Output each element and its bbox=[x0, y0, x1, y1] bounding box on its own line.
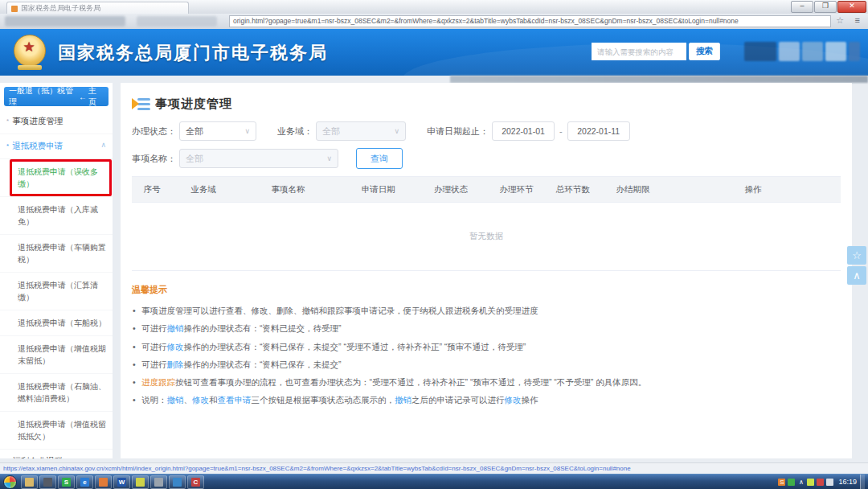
tip-link[interactable]: 查看申请 bbox=[218, 395, 252, 405]
item-name-select-value: 全部 bbox=[186, 153, 203, 165]
browser-menu-icon[interactable]: ≡ bbox=[855, 15, 860, 25]
taskbar-word-icon[interactable]: W bbox=[113, 475, 130, 489]
tip-link[interactable]: 撤销 bbox=[167, 323, 184, 333]
home-link[interactable]: ← 主页 bbox=[79, 85, 104, 108]
sidebar-header-title: 一般退（抵）税管理 bbox=[9, 85, 79, 108]
column-header: 业务域 bbox=[173, 177, 235, 203]
sidebar-item-label: 退抵税费申请（石脑油、燃料油消费税） bbox=[18, 382, 106, 403]
tips-title: 温馨提示 bbox=[132, 284, 841, 296]
sidebar-item[interactable]: *福利企业退税 bbox=[0, 450, 113, 458]
taskbar-chrome-icon[interactable]: C bbox=[187, 475, 204, 489]
tip-link[interactable]: 修改 bbox=[505, 395, 522, 405]
tip-link[interactable]: 修改 bbox=[192, 395, 209, 405]
sidebar-item[interactable]: 退抵税费申请（增值税期末留抵） bbox=[0, 336, 113, 374]
sidebar-item[interactable]: 退抵税费申请（汇算清缴） bbox=[0, 273, 113, 310]
sidebar-header[interactable]: 一般退（抵）税管理 ← 主页 bbox=[4, 87, 108, 106]
filter-panel: 办理状态： 全部 ∨ 业务域： 全部 ∨ 申请日期起止： 2022-01-01 … bbox=[121, 117, 852, 169]
sidebar-item[interactable]: 退抵税费申请（误收多缴） bbox=[0, 159, 113, 197]
main-content: 事项进度管理 办理状态： 全部 ∨ 业务域： 全部 ∨ 申请日期起止： 2022… bbox=[121, 83, 852, 458]
tip-text: 事项进度管理可以进行查看、修改、删除、撤销和跟踪事项申请记录，便于纳税人跟进税务… bbox=[141, 306, 538, 315]
status-select[interactable]: 全部 ∨ bbox=[179, 121, 256, 141]
taskbar-word-icon-glyph: W bbox=[117, 478, 126, 487]
tip-text: 三个按钮是根据事项状态动态展示的， bbox=[252, 395, 395, 405]
chevron-down-icon: ∨ bbox=[326, 154, 332, 162]
tip-text: 可进行 bbox=[141, 360, 167, 369]
tray-expand-icon[interactable]: ∧ bbox=[797, 479, 805, 486]
column-header: 办理环节 bbox=[487, 177, 546, 203]
table-header-row: 序号业务域事项名称申请日期办理状态办理环节总环节数办结期限操作 bbox=[132, 177, 841, 203]
item-name-filter-label: 事项名称： bbox=[132, 153, 176, 165]
windows-taskbar: SeWC S∧16:19 bbox=[0, 474, 868, 489]
tray-shield-icon[interactable] bbox=[807, 479, 814, 486]
close-button[interactable]: ✕ bbox=[837, 1, 866, 13]
item-name-select[interactable]: 全部 ∨ bbox=[179, 149, 338, 168]
tips-section: 温馨提示 事项进度管理可以进行查看、修改、删除、撤销和跟踪事项申请记录，便于纳税… bbox=[132, 284, 841, 409]
column-header: 办结期限 bbox=[600, 177, 665, 203]
list-title-icon bbox=[132, 97, 151, 111]
favorites-star-icon[interactable]: ☆ bbox=[836, 15, 844, 26]
taskbar-app5-icon-glyph bbox=[99, 478, 108, 487]
tip-link[interactable]: 撤销 bbox=[167, 395, 184, 405]
sidebar-item-label: 退抵税费申请（增值税期末留抵） bbox=[18, 344, 106, 365]
search-input[interactable] bbox=[592, 43, 686, 60]
maximize-button[interactable]: ❐ bbox=[814, 1, 837, 13]
tray-flag-icon[interactable] bbox=[817, 479, 824, 486]
taskbar-app8-icon[interactable] bbox=[150, 475, 167, 489]
tray-status-icon[interactable] bbox=[788, 479, 795, 486]
minimize-button[interactable]: – bbox=[791, 1, 813, 13]
show-desktop-button[interactable] bbox=[860, 475, 865, 489]
sidebar-item[interactable]: 退抵税费申请（车船税） bbox=[0, 310, 113, 336]
tab-title: 国家税务总局电子税务局 bbox=[21, 3, 100, 14]
sidebar-item[interactable]: 退抵税费申请（入库减免） bbox=[0, 197, 113, 235]
column-header: 事项名称 bbox=[234, 177, 342, 203]
tray-app-icon[interactable]: S bbox=[778, 479, 785, 486]
redacted-user-info bbox=[742, 42, 860, 61]
favorite-star-button[interactable]: ☆ bbox=[847, 246, 866, 265]
taskbar-ie-icon[interactable]: e bbox=[76, 475, 93, 489]
tip-text: 之后的申请记录可以进行 bbox=[411, 395, 505, 405]
tip-item: 可进行修改操作的办理状态有：“资料已保存，未提交” “受理不通过，待补齐补正” … bbox=[132, 338, 841, 355]
date-separator: - bbox=[559, 126, 563, 136]
tip-link[interactable]: 撤销 bbox=[395, 395, 411, 405]
browser-urlbar: origin.html?gopage=true&m1=nsr-bszx_08SE… bbox=[0, 14, 868, 29]
browser-tab[interactable]: 国家税务总局电子税务局 bbox=[6, 2, 189, 14]
clock[interactable]: 16:19 bbox=[838, 478, 857, 486]
tip-item: 进度跟踪按钮可查看事项办理的流程，也可查看办理状态为：“受理不通过，待补齐补正”… bbox=[132, 373, 841, 391]
back-to-top-button[interactable]: ∧ bbox=[847, 266, 866, 285]
taskbar-sougou-icon[interactable]: S bbox=[58, 475, 75, 489]
taskbar-app9-icon[interactable] bbox=[169, 475, 186, 489]
bullet-icon: * bbox=[6, 458, 9, 458]
sidebar-item[interactable]: 退抵税费申请（车辆购置税） bbox=[0, 235, 113, 273]
tip-item: 事项进度管理可以进行查看、修改、删除、撤销和跟踪事项申请记录，便于纳税人跟进税务… bbox=[132, 302, 841, 319]
taskbar-app7-icon[interactable] bbox=[132, 475, 149, 489]
taskbar-app8-icon-glyph bbox=[154, 478, 163, 487]
date-to-input[interactable]: 2022-01-11 bbox=[567, 121, 630, 141]
chevron-up-icon: ∧ bbox=[100, 141, 106, 149]
tax-bureau-logo: ★ bbox=[11, 34, 48, 71]
sidebar-item-label: 退抵税费申请（车辆购置税） bbox=[18, 243, 106, 264]
tip-link[interactable]: 删除 bbox=[167, 360, 184, 369]
tip-link[interactable]: 进度跟踪 bbox=[141, 377, 175, 387]
tip-text: 和 bbox=[209, 395, 218, 405]
taskbar-app2-icon[interactable] bbox=[39, 475, 56, 489]
domain-select[interactable]: 全部 ∨ bbox=[316, 121, 406, 141]
search-button[interactable]: 搜索 bbox=[689, 43, 720, 60]
address-bar[interactable]: origin.html?gopage=true&m1=nsr-bszx_08SE… bbox=[229, 15, 831, 27]
taskbar-app5-icon[interactable] bbox=[95, 475, 112, 489]
sidebar-item-label: 退抵税费申请（增值税留抵抵欠） bbox=[18, 420, 106, 441]
sidebar-item[interactable]: *事项进度管理 bbox=[0, 109, 113, 134]
sidebar-item[interactable]: *∧退抵税费申请 bbox=[0, 134, 113, 159]
tip-text: 可进行 bbox=[141, 323, 167, 333]
taskbar-app7-icon-glyph bbox=[136, 478, 145, 487]
sidebar-item[interactable]: 退抵税费申请（石脑油、燃料油消费税） bbox=[0, 374, 113, 412]
start-button[interactable] bbox=[3, 475, 17, 489]
sidebar-item[interactable]: 退抵税费申请（增值税留抵抵欠） bbox=[0, 412, 113, 450]
status-filter-label: 办理状态： bbox=[132, 125, 176, 138]
sidebar-item-label: 退抵税费申请（误收多缴） bbox=[18, 167, 98, 188]
chevron-down-icon: ∨ bbox=[394, 127, 399, 135]
taskbar-folder-icon[interactable] bbox=[21, 475, 38, 489]
tray-network-icon[interactable] bbox=[826, 479, 833, 486]
date-from-input[interactable]: 2022-01-01 bbox=[492, 121, 555, 141]
tip-link[interactable]: 修改 bbox=[167, 342, 184, 351]
query-button[interactable]: 查询 bbox=[356, 148, 403, 169]
